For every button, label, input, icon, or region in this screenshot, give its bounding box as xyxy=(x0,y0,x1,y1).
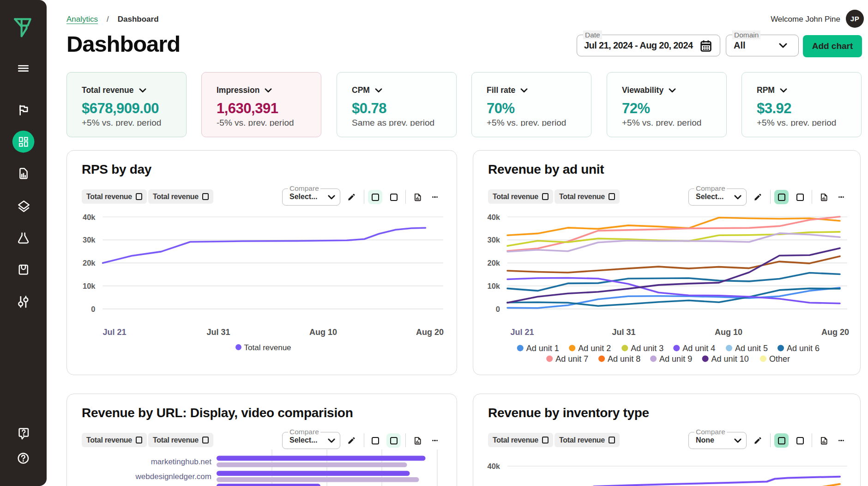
svg-text:Aug 10: Aug 10 xyxy=(309,328,337,337)
svg-text:0: 0 xyxy=(496,305,500,313)
svg-text:Jul 21: Jul 21 xyxy=(102,328,126,337)
svg-text:Ad unit 2: Ad unit 2 xyxy=(578,344,611,353)
svg-text:0: 0 xyxy=(91,305,95,313)
svg-text:20k: 20k xyxy=(487,259,500,267)
svg-text:40k: 40k xyxy=(487,213,500,221)
svg-text:Ad unit 6: Ad unit 6 xyxy=(787,344,820,353)
svg-text:Total revenue: Total revenue xyxy=(244,343,291,352)
svg-text:Ad unit 4: Ad unit 4 xyxy=(682,344,715,353)
svg-text:40k: 40k xyxy=(487,462,500,470)
svg-text:webdesignledger.com: webdesignledger.com xyxy=(135,472,211,481)
svg-text:Jul 31: Jul 31 xyxy=(612,328,635,337)
svg-text:30k: 30k xyxy=(487,236,500,244)
svg-text:Aug 10: Aug 10 xyxy=(715,328,742,337)
svg-text:Ad unit 8: Ad unit 8 xyxy=(608,354,640,364)
svg-text:Jul 21: Jul 21 xyxy=(510,328,534,337)
svg-text:Ad unit 9: Ad unit 9 xyxy=(659,354,692,364)
svg-text:Ad unit 5: Ad unit 5 xyxy=(735,344,768,353)
svg-text:Aug 20: Aug 20 xyxy=(821,328,849,337)
svg-text:30k: 30k xyxy=(83,236,96,244)
svg-text:Other: Other xyxy=(769,354,790,364)
svg-text:20k: 20k xyxy=(83,259,96,267)
svg-text:Ad unit 1: Ad unit 1 xyxy=(526,344,559,353)
svg-text:Aug 20: Aug 20 xyxy=(416,328,444,337)
svg-text:marketinghub.net: marketinghub.net xyxy=(151,457,212,466)
svg-text:10k: 10k xyxy=(487,282,500,290)
svg-text:40k: 40k xyxy=(83,213,96,221)
svg-text:10k: 10k xyxy=(83,282,96,290)
svg-text:Jul 31: Jul 31 xyxy=(206,328,230,337)
svg-text:Ad unit 10: Ad unit 10 xyxy=(711,354,749,364)
svg-text:Ad unit 7: Ad unit 7 xyxy=(555,354,588,364)
svg-text:Ad unit 3: Ad unit 3 xyxy=(631,344,663,353)
